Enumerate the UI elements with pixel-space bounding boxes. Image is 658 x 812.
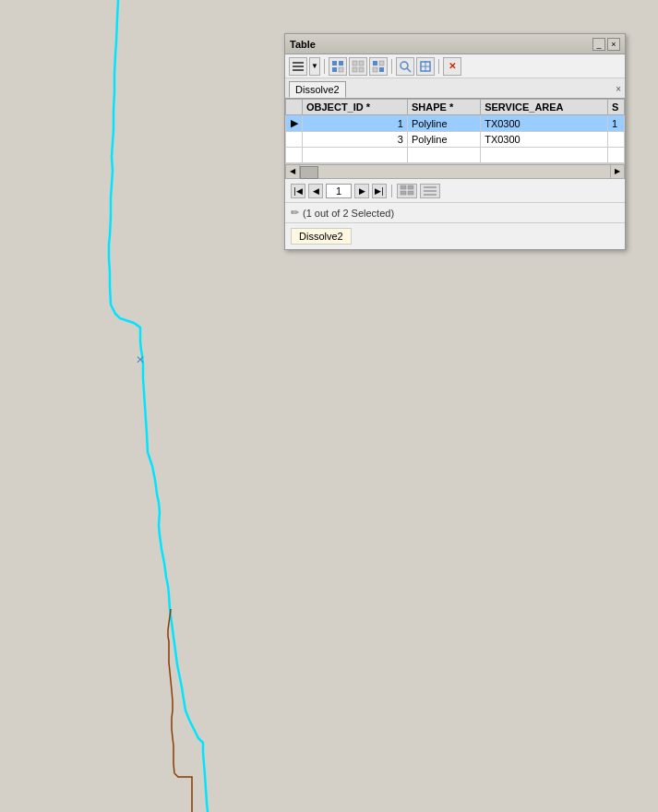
separator-2 bbox=[391, 59, 392, 74]
minimize-button[interactable]: _ bbox=[592, 38, 605, 51]
col-service-area[interactable]: SERVICE_AREA bbox=[481, 100, 608, 115]
data-table: OBJECT_ID * SHAPE * SERVICE_AREA S ▶ 1 P… bbox=[285, 99, 625, 163]
svg-text:✕: ✕ bbox=[136, 353, 145, 366]
svg-rect-21 bbox=[401, 185, 406, 189]
status-bar: ✏ (1 out of 2 Selected) bbox=[285, 203, 625, 223]
separator-1 bbox=[324, 59, 325, 74]
scroll-left-button[interactable]: ◀ bbox=[285, 164, 300, 179]
cell-object-id-2: 3 bbox=[303, 132, 408, 148]
title-bar: Table _ × bbox=[285, 34, 625, 54]
cell-shape-2: Polyline bbox=[407, 132, 480, 148]
scroll-right-button[interactable]: ▶ bbox=[610, 164, 625, 179]
svg-rect-11 bbox=[359, 67, 364, 72]
table-row[interactable]: 3 Polyline TX0300 bbox=[286, 132, 625, 148]
cell-object-id-1: 1 bbox=[303, 115, 408, 132]
svg-rect-26 bbox=[424, 190, 437, 192]
window-title: Table bbox=[290, 39, 316, 50]
cell-shape-1: Polyline bbox=[407, 115, 480, 132]
table-body: ▶ 1 Polyline TX0300 1 3 Polyline TX0300 bbox=[286, 115, 625, 163]
navigation-bar: |◀ ◀ 1 ▶ ▶| bbox=[285, 179, 625, 203]
svg-rect-10 bbox=[353, 67, 357, 72]
cell-empty-4 bbox=[608, 148, 625, 163]
cell-extra-1: 1 bbox=[608, 115, 625, 132]
table-window: Table _ × ▼ bbox=[284, 33, 626, 250]
cell-service-area-2: TX0300 bbox=[481, 132, 608, 148]
svg-line-17 bbox=[407, 68, 411, 72]
svg-point-16 bbox=[401, 62, 408, 69]
table-row[interactable]: ▶ 1 Polyline TX0300 1 bbox=[286, 115, 625, 132]
svg-rect-12 bbox=[373, 61, 377, 66]
svg-rect-6 bbox=[332, 67, 337, 72]
switch-selection-button[interactable] bbox=[369, 57, 388, 76]
svg-rect-23 bbox=[401, 191, 406, 195]
nav-separator bbox=[391, 185, 392, 197]
svg-rect-9 bbox=[359, 61, 364, 66]
scroll-thumb[interactable] bbox=[300, 166, 318, 179]
svg-rect-2 bbox=[293, 66, 304, 67]
svg-rect-13 bbox=[379, 61, 384, 66]
cell-extra-2 bbox=[608, 132, 625, 148]
options-button[interactable] bbox=[289, 57, 307, 76]
svg-rect-27 bbox=[424, 194, 437, 196]
next-page-button[interactable]: ▶ bbox=[354, 184, 369, 198]
zoom-to-button[interactable] bbox=[396, 57, 414, 76]
svg-rect-14 bbox=[373, 67, 377, 72]
scroll-track[interactable] bbox=[300, 164, 610, 179]
svg-rect-15 bbox=[379, 67, 384, 72]
first-page-button[interactable]: |◀ bbox=[291, 184, 305, 198]
svg-rect-7 bbox=[339, 67, 343, 72]
row-indicator-1: ▶ bbox=[286, 115, 303, 132]
table-view-button[interactable] bbox=[397, 184, 417, 198]
tab-bar: Dissolve2 × bbox=[285, 78, 625, 99]
svg-rect-3 bbox=[293, 69, 304, 71]
col-shape[interactable]: SHAPE * bbox=[407, 100, 480, 115]
prev-page-button[interactable]: ◀ bbox=[308, 184, 323, 198]
svg-rect-5 bbox=[339, 61, 343, 66]
dropdown-button[interactable]: ▼ bbox=[309, 57, 320, 76]
svg-rect-24 bbox=[408, 191, 413, 195]
cell-service-area-1: TX0300 bbox=[481, 115, 608, 132]
selection-status: (1 out of 2 Selected) bbox=[303, 208, 394, 219]
row-indicator-empty-1 bbox=[286, 148, 303, 163]
select-all-button[interactable] bbox=[329, 57, 347, 76]
col-object-id[interactable]: OBJECT_ID * bbox=[303, 100, 408, 115]
svg-rect-22 bbox=[408, 185, 413, 189]
table-container: OBJECT_ID * SHAPE * SERVICE_AREA S ▶ 1 P… bbox=[285, 99, 625, 164]
col-extra[interactable]: S bbox=[608, 100, 625, 115]
col-indicator bbox=[286, 100, 303, 115]
cell-empty-2 bbox=[407, 148, 480, 163]
source-label-bar: Dissolve2 bbox=[285, 223, 625, 249]
list-view-button[interactable] bbox=[420, 184, 440, 198]
table-row-empty-1 bbox=[286, 148, 625, 163]
svg-rect-4 bbox=[332, 61, 337, 66]
cell-empty-1 bbox=[303, 148, 408, 163]
last-page-button[interactable]: ▶| bbox=[372, 184, 387, 198]
edit-icon: ✏ bbox=[291, 207, 299, 219]
cell-empty-3 bbox=[481, 148, 608, 163]
delete-button[interactable]: ✕ bbox=[443, 57, 461, 76]
svg-rect-1 bbox=[293, 62, 304, 64]
pan-to-button[interactable] bbox=[416, 57, 435, 76]
toolbar: ▼ bbox=[285, 54, 625, 78]
dissolve2-tab[interactable]: Dissolve2 bbox=[289, 81, 346, 98]
source-label-button[interactable]: Dissolve2 bbox=[291, 228, 352, 245]
clear-selection-button[interactable] bbox=[349, 57, 367, 76]
close-button[interactable]: × bbox=[607, 38, 620, 51]
separator-3 bbox=[438, 59, 439, 74]
row-indicator-2 bbox=[286, 132, 303, 148]
svg-rect-25 bbox=[424, 186, 437, 188]
horizontal-scrollbar[interactable]: ◀ ▶ bbox=[285, 164, 625, 179]
tab-close-button[interactable]: × bbox=[616, 84, 621, 94]
page-input[interactable]: 1 bbox=[326, 184, 352, 198]
svg-rect-8 bbox=[353, 61, 357, 66]
title-buttons: _ × bbox=[592, 38, 620, 51]
table-header-row: OBJECT_ID * SHAPE * SERVICE_AREA S bbox=[286, 100, 625, 115]
